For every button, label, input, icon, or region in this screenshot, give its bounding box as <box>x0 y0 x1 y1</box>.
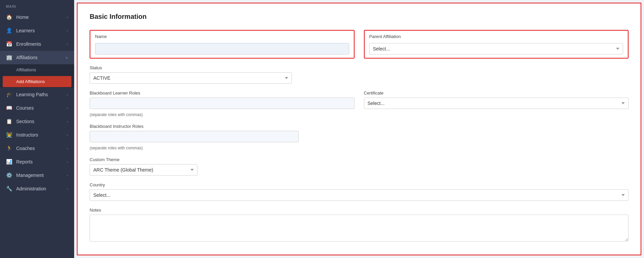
sidebar-item-label: Learners <box>16 28 35 33</box>
sidebar-item-coaches[interactable]: 🏃 Coaches › <box>0 142 74 155</box>
chevron-right-icon: › <box>67 29 68 33</box>
chevron-right-icon: › <box>67 146 68 150</box>
sidebar-item-learning-paths[interactable]: 🎓 Learning Paths › <box>0 88 74 101</box>
name-field-box: Name <box>90 30 355 59</box>
blackboard-instructor-roles-group: Blackboard Instructor Roles (separate ro… <box>90 124 299 150</box>
sidebar-item-label: Sections <box>16 119 34 124</box>
blackboard-learner-roles-input[interactable] <box>90 98 355 109</box>
chevron-right-icon: › <box>67 15 68 19</box>
sidebar-item-home[interactable]: 🏠 Home › <box>0 10 74 24</box>
parent-affiliation-select[interactable]: Select... <box>369 43 623 54</box>
coaches-icon: 🏃 <box>6 145 12 151</box>
learners-icon: 👤 <box>6 28 12 34</box>
notes-group: Notes <box>90 208 628 242</box>
chevron-right-icon: › <box>67 119 68 123</box>
custom-theme-select[interactable]: ARC Theme (Global Theme) <box>90 164 197 176</box>
affiliations-icon: 🏢 <box>6 54 12 61</box>
sidebar-item-label: Enrollments <box>16 41 41 47</box>
submenu-item-affiliations[interactable]: Affiliations <box>0 64 74 75</box>
certificate-select[interactable]: Select... <box>364 98 629 109</box>
parent-affiliation-label: Parent Affiliation <box>369 34 623 39</box>
learning-paths-icon: 🎓 <box>6 91 12 98</box>
country-select[interactable]: Select... <box>90 189 628 201</box>
sidebar-item-instructors[interactable]: 👨‍🏫 Instructors › <box>0 128 74 142</box>
certificate-group: Certificate Select... <box>364 90 629 117</box>
chevron-right-icon: › <box>67 42 68 46</box>
sidebar-item-label: Instructors <box>16 132 38 138</box>
chevron-right-icon: › <box>67 187 68 191</box>
chevron-right-icon: › <box>67 133 68 137</box>
chevron-right-icon: › <box>67 173 68 177</box>
sidebar-item-reports[interactable]: 📊 Reports › <box>0 155 74 169</box>
administration-icon: 🔧 <box>6 186 12 192</box>
form-container: Basic Information Name Parent Affiliatio… <box>77 3 641 255</box>
instructor-roles-helper: (separate roles with commas) <box>90 146 299 150</box>
form-row-notes: Notes <box>90 208 628 242</box>
form-row-country: Country Select... <box>90 182 628 201</box>
status-group: Status ACTIVE INACTIVE <box>90 65 292 84</box>
name-input[interactable] <box>95 43 349 54</box>
instructors-icon: 👨‍🏫 <box>6 132 12 138</box>
enrollments-icon: 📅 <box>6 41 12 47</box>
custom-theme-label: Custom Theme <box>90 157 197 162</box>
sidebar-item-label: Administration <box>16 186 46 191</box>
sidebar-item-label: Affiliations <box>16 55 38 60</box>
blackboard-instructor-roles-label: Blackboard Instructor Roles <box>90 124 299 129</box>
sidebar-item-label: Courses <box>16 105 34 111</box>
sections-icon: 📋 <box>6 118 12 124</box>
affiliations-submenu: Affiliations Add Affiliations <box>0 64 74 88</box>
submenu-item-add-affiliations[interactable]: Add Affiliations <box>3 76 71 87</box>
sidebar-item-administration[interactable]: 🔧 Administration › <box>0 182 74 195</box>
status-label: Status <box>90 65 292 70</box>
notes-label: Notes <box>90 208 628 213</box>
sidebar-item-label: Learning Paths <box>16 92 48 97</box>
chevron-right-icon: › <box>67 93 68 97</box>
sidebar: MAIN 🏠 Home › 👤 Learners › 📅 Enrollments… <box>0 0 74 258</box>
sidebar-main-label: MAIN <box>0 0 74 10</box>
chevron-right-icon: › <box>67 106 68 110</box>
main-content: Basic Information Name Parent Affiliatio… <box>74 0 644 258</box>
chevron-right-icon: › <box>67 160 68 164</box>
sidebar-item-affiliations[interactable]: 🏢 Affiliations ∨ <box>0 51 74 64</box>
sidebar-item-learners[interactable]: 👤 Learners › <box>0 24 74 37</box>
blackboard-learner-roles-group: Blackboard Learner Roles (separate roles… <box>90 90 355 117</box>
chevron-down-icon: ∨ <box>65 56 68 60</box>
sidebar-item-sections[interactable]: 📋 Sections › <box>0 115 74 128</box>
sidebar-item-label: Coaches <box>16 146 35 151</box>
home-icon: 🏠 <box>6 14 12 20</box>
notes-textarea[interactable] <box>90 215 628 242</box>
country-group: Country Select... <box>90 182 628 201</box>
country-label: Country <box>90 182 628 187</box>
sidebar-item-courses[interactable]: 📖 Courses › <box>0 101 74 115</box>
page-title: Basic Information <box>90 13 628 21</box>
sidebar-item-label: Reports <box>16 159 33 164</box>
sidebar-item-management[interactable]: ⚙️ Management › <box>0 169 74 182</box>
certificate-label: Certificate <box>364 90 629 96</box>
sidebar-item-enrollments[interactable]: 📅 Enrollments › <box>0 37 74 51</box>
form-row-custom-theme: Custom Theme ARC Theme (Global Theme) <box>90 157 628 176</box>
status-select[interactable]: ACTIVE INACTIVE <box>90 72 292 84</box>
management-icon: ⚙️ <box>6 172 12 178</box>
form-row-status: Status ACTIVE INACTIVE <box>90 65 292 84</box>
form-row-learner-cert: Blackboard Learner Roles (separate roles… <box>90 90 628 117</box>
form-row-name-parent: Name Parent Affiliation Select... <box>90 30 628 59</box>
name-label: Name <box>95 34 349 39</box>
sidebar-item-label: Home <box>16 14 29 20</box>
form-row-instructor-roles: Blackboard Instructor Roles (separate ro… <box>90 124 628 150</box>
blackboard-instructor-roles-input[interactable] <box>90 131 299 142</box>
sidebar-item-label: Management <box>16 173 44 178</box>
blackboard-learner-roles-label: Blackboard Learner Roles <box>90 90 355 96</box>
parent-affiliation-box: Parent Affiliation Select... <box>364 30 629 59</box>
learner-roles-helper: (separate roles with commas) <box>90 112 355 117</box>
courses-icon: 📖 <box>6 105 12 111</box>
reports-icon: 📊 <box>6 159 12 165</box>
custom-theme-group: Custom Theme ARC Theme (Global Theme) <box>90 157 197 176</box>
